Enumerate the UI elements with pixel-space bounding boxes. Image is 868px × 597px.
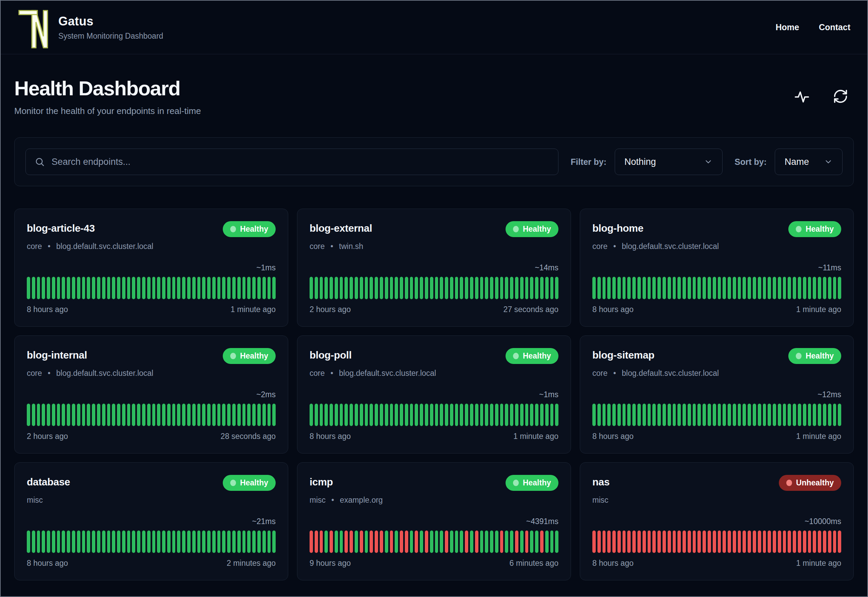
uptime-bar[interactable] — [122, 277, 126, 299]
uptime-bar[interactable] — [658, 530, 661, 553]
uptime-bar[interactable] — [627, 530, 631, 553]
uptime-bar[interactable] — [698, 404, 701, 426]
uptime-bar[interactable] — [460, 530, 463, 553]
uptime-bar[interactable] — [365, 277, 368, 299]
uptime-bar[interactable] — [435, 277, 438, 299]
uptime-bar[interactable] — [400, 404, 403, 426]
uptime-bar[interactable] — [622, 404, 626, 426]
uptime-bar[interactable] — [525, 404, 529, 426]
uptime-bar[interactable] — [172, 530, 176, 553]
uptime-bar[interactable] — [545, 404, 549, 426]
uptime-bar[interactable] — [738, 404, 741, 426]
uptime-bar[interactable] — [252, 277, 256, 299]
uptime-bar[interactable] — [813, 530, 816, 553]
uptime-bar[interactable] — [485, 277, 488, 299]
uptime-bar[interactable] — [167, 404, 170, 426]
activity-status-button[interactable] — [794, 89, 810, 105]
uptime-bar[interactable] — [723, 404, 726, 426]
uptime-bar[interactable] — [82, 530, 86, 553]
uptime-bar[interactable] — [152, 404, 156, 426]
uptime-bar[interactable] — [395, 277, 398, 299]
uptime-bar[interactable] — [668, 277, 671, 299]
uptime-bar[interactable] — [62, 404, 65, 426]
uptime-bar[interactable] — [693, 530, 696, 553]
uptime-bar[interactable] — [465, 530, 468, 553]
uptime-bar[interactable] — [652, 404, 656, 426]
uptime-bar[interactable] — [405, 404, 408, 426]
uptime-bar[interactable] — [27, 530, 30, 553]
uptime-bar[interactable] — [470, 277, 473, 299]
uptime-bar[interactable] — [618, 530, 621, 553]
uptime-bar[interactable] — [272, 404, 276, 426]
uptime-bar[interactable] — [117, 404, 120, 426]
uptime-bar[interactable] — [207, 404, 210, 426]
uptime-bar[interactable] — [708, 277, 711, 299]
filter-select[interactable]: Nothing — [615, 149, 723, 175]
uptime-bar[interactable] — [612, 530, 616, 553]
uptime-bar[interactable] — [603, 530, 606, 553]
uptime-bar[interactable] — [788, 530, 791, 553]
uptime-bar[interactable] — [673, 530, 676, 553]
uptime-bar[interactable] — [420, 404, 423, 426]
uptime-bar[interactable] — [495, 404, 498, 426]
uptime-bar[interactable] — [763, 404, 766, 426]
uptime-bar[interactable] — [803, 404, 806, 426]
uptime-bar[interactable] — [320, 404, 323, 426]
uptime-bar[interactable] — [460, 277, 463, 299]
uptime-bar[interactable] — [525, 277, 529, 299]
uptime-bar[interactable] — [632, 277, 636, 299]
uptime-bar[interactable] — [768, 530, 771, 553]
uptime-bar[interactable] — [247, 530, 250, 553]
uptime-bar[interactable] — [350, 530, 353, 553]
uptime-bar[interactable] — [67, 277, 70, 299]
uptime-bar[interactable] — [37, 530, 40, 553]
uptime-bar[interactable] — [62, 530, 65, 553]
uptime-bar[interactable] — [788, 404, 791, 426]
uptime-bar[interactable] — [520, 277, 523, 299]
uptime-bar[interactable] — [658, 404, 661, 426]
endpoint-card[interactable]: icmp Healthy misc • example.org ~4391ms … — [297, 462, 571, 581]
uptime-bar[interactable] — [77, 277, 80, 299]
uptime-bar[interactable] — [723, 277, 726, 299]
uptime-bar[interactable] — [187, 277, 191, 299]
uptime-bar[interactable] — [390, 530, 393, 553]
uptime-bar[interactable] — [475, 277, 478, 299]
uptime-bar[interactable] — [132, 277, 135, 299]
uptime-bar[interactable] — [683, 530, 686, 553]
uptime-bar[interactable] — [540, 530, 544, 553]
uptime-bar[interactable] — [490, 530, 493, 553]
uptime-bar[interactable] — [222, 404, 225, 426]
uptime-bar[interactable] — [232, 404, 236, 426]
uptime-bar[interactable] — [693, 404, 696, 426]
uptime-bar[interactable] — [450, 404, 453, 426]
uptime-bar[interactable] — [217, 404, 221, 426]
endpoint-card[interactable]: blog-poll Healthy core • blog.default.sv… — [297, 336, 571, 453]
uptime-bar[interactable] — [340, 404, 343, 426]
uptime-bar[interactable] — [708, 530, 711, 553]
uptime-bar[interactable] — [783, 530, 786, 553]
uptime-bar[interactable] — [637, 277, 641, 299]
uptime-bar[interactable] — [748, 404, 751, 426]
uptime-bar[interactable] — [197, 530, 201, 553]
search-input[interactable] — [52, 157, 549, 167]
uptime-bar[interactable] — [823, 530, 826, 553]
uptime-bar[interactable] — [838, 530, 841, 553]
uptime-bar[interactable] — [370, 277, 373, 299]
uptime-bar[interactable] — [798, 277, 801, 299]
uptime-bar[interactable] — [828, 277, 831, 299]
uptime-bar[interactable] — [197, 277, 201, 299]
uptime-bar[interactable] — [530, 404, 533, 426]
uptime-bar[interactable] — [192, 404, 196, 426]
refresh-button[interactable] — [833, 89, 848, 105]
uptime-bar[interactable] — [365, 530, 368, 553]
uptime-bar[interactable] — [687, 277, 691, 299]
uptime-bar[interactable] — [763, 530, 766, 553]
uptime-bar[interactable] — [157, 530, 160, 553]
uptime-bar[interactable] — [713, 530, 716, 553]
uptime-bar[interactable] — [268, 277, 271, 299]
uptime-bar[interactable] — [147, 530, 151, 553]
uptime-bar[interactable] — [597, 404, 601, 426]
uptime-bar[interactable] — [490, 404, 493, 426]
uptime-bar[interactable] — [520, 530, 523, 553]
uptime-bar[interactable] — [257, 530, 261, 553]
